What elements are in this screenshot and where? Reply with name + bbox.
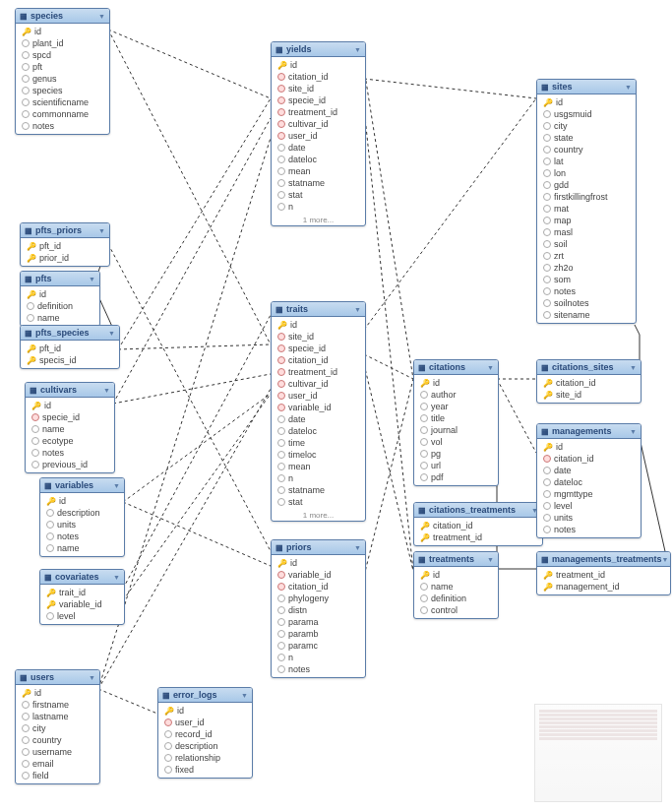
column-city[interactable]: city [537,120,636,132]
table-header[interactable]: ▦species▼ [16,9,109,24]
column-pg[interactable]: pg [414,448,498,460]
table-citations_sites[interactable]: ▦citations_sites▼🔑citation_id🔑site_id [536,359,641,404]
table-cultivars[interactable]: ▦cultivars▼🔑idspecie_idnameecotypenotesp… [25,382,115,473]
column-notes[interactable]: notes [537,524,641,535]
column-date[interactable]: date [537,465,641,476]
column-username[interactable]: username [16,746,99,758]
table-header[interactable]: ▦citations_sites▼ [537,360,641,375]
column-citation_id[interactable]: citation_id [272,354,365,366]
column-pft[interactable]: pft [16,61,109,73]
column-notes[interactable]: notes [272,663,365,675]
column-soil[interactable]: soil [537,238,636,250]
table-citations_treatments[interactable]: ▦citations_treatments▼🔑citation_id🔑treat… [413,502,543,546]
table-header[interactable]: ▦managements_treatments▼ [537,552,670,567]
column-relationship[interactable]: relationship [158,752,252,764]
column-pft_id[interactable]: 🔑pft_id [21,343,119,354]
column-mat[interactable]: mat [537,203,636,215]
table-header[interactable]: ▦users▼ [16,670,99,685]
column-distn[interactable]: distn [272,604,365,616]
table-traits[interactable]: ▦traits▼🔑idsite_idspecie_idcitation_idtr… [271,301,366,522]
table-yields[interactable]: ▦yields▼🔑idcitation_idsite_idspecie_idtr… [271,41,366,226]
column-email[interactable]: email [16,758,99,770]
table-users[interactable]: ▦users▼🔑idfirstnamelastnamecitycountryus… [15,669,100,784]
column-id[interactable]: 🔑id [272,59,365,71]
table-pfts_priors[interactable]: ▦pfts_priors▼🔑pft_id🔑prior_id [20,222,110,267]
column-vol[interactable]: vol [414,436,498,448]
table-error_logs[interactable]: ▦error_logs▼🔑iduser_idrecord_iddescripti… [157,687,253,779]
column-som[interactable]: som [537,274,636,285]
column-name[interactable]: name [414,581,498,593]
column-id[interactable]: 🔑id [537,96,636,108]
column-variable_id[interactable]: variable_id [272,569,365,581]
more-columns[interactable]: 1 more... [272,510,365,521]
column-parama[interactable]: parama [272,616,365,628]
column-site_id[interactable]: site_id [272,83,365,94]
column-state[interactable]: state [537,132,636,144]
column-treatment_id[interactable]: 🔑treatment_id [414,531,542,543]
column-date[interactable]: date [272,413,365,425]
column-site_id[interactable]: site_id [272,331,365,343]
column-id[interactable]: 🔑id [16,687,99,699]
column-citation_id[interactable]: 🔑citation_id [414,520,542,531]
column-cultivar_id[interactable]: cultivar_id [272,118,365,130]
column-author[interactable]: author [414,389,498,401]
column-management_id[interactable]: 🔑management_id [537,581,670,593]
more-columns[interactable]: 1 more... [272,215,365,225]
column-genus[interactable]: genus [16,73,109,85]
table-pfts[interactable]: ▦pfts▼🔑iddefinitionname [20,271,100,327]
table-species[interactable]: ▦species▼🔑idplant_idspcdpftgenusspeciess… [15,8,110,135]
column-units[interactable]: units [537,512,641,524]
column-soilnotes[interactable]: soilnotes [537,297,636,309]
table-header[interactable]: ▦cultivars▼ [26,383,114,398]
column-prior_id[interactable]: 🔑prior_id [21,252,109,264]
table-pfts_species[interactable]: ▦pfts_species▼🔑pft_id🔑specis_id [20,325,120,369]
column-time[interactable]: time [272,437,365,449]
column-lastname[interactable]: lastname [16,711,99,722]
column-id[interactable]: 🔑id [272,319,365,331]
column-plant_id[interactable]: plant_id [16,37,109,49]
column-pdf[interactable]: pdf [414,471,498,483]
table-header[interactable]: ▦treatments▼ [414,552,498,567]
column-timeloc[interactable]: timeloc [272,449,365,461]
column-sitename[interactable]: sitename [537,309,636,321]
column-notes[interactable]: notes [26,447,114,459]
column-name[interactable]: name [40,542,124,554]
column-variable_id[interactable]: variable_id [272,402,365,413]
table-citations[interactable]: ▦citations▼🔑idauthoryeartitlejournalvolp… [413,359,499,486]
table-header[interactable]: ▦managements▼ [537,424,641,439]
column-id[interactable]: 🔑id [21,288,99,300]
column-name[interactable]: name [26,423,114,435]
column-control[interactable]: control [414,604,498,616]
column-level[interactable]: level [40,610,124,622]
column-n[interactable]: n [272,472,365,484]
column-ecotype[interactable]: ecotype [26,435,114,447]
column-commonname[interactable]: commonname [16,108,109,120]
table-managements_treatments[interactable]: ▦managements_treatments▼🔑treatment_id🔑ma… [536,551,671,595]
column-citation_id[interactable]: citation_id [272,581,365,593]
column-dateloc[interactable]: dateloc [272,154,365,165]
column-record_id[interactable]: record_id [158,728,252,740]
table-managements[interactable]: ▦managements▼🔑idcitation_iddatedatelocmg… [536,423,641,538]
column-specie_id[interactable]: specie_id [26,411,114,423]
column-paramb[interactable]: paramb [272,628,365,640]
column-id[interactable]: 🔑id [414,377,498,389]
column-map[interactable]: map [537,215,636,226]
column-gdd[interactable]: gdd [537,179,636,191]
table-header[interactable]: ▦citations▼ [414,360,498,375]
column-year[interactable]: year [414,401,498,412]
column-pft_id[interactable]: 🔑pft_id [21,240,109,252]
column-user_id[interactable]: user_id [272,130,365,142]
table-covariates[interactable]: ▦covariates▼🔑trait_id🔑variable_idlevel [39,569,125,625]
column-id[interactable]: 🔑id [272,557,365,569]
table-header[interactable]: ▦yields▼ [272,42,365,57]
column-paramc[interactable]: paramc [272,640,365,652]
column-description[interactable]: description [158,740,252,752]
column-fixed[interactable]: fixed [158,764,252,776]
column-units[interactable]: units [40,519,124,531]
column-id[interactable]: 🔑id [537,441,641,453]
column-url[interactable]: url [414,460,498,471]
column-zrt[interactable]: zrt [537,250,636,262]
column-firstname[interactable]: firstname [16,699,99,711]
table-header[interactable]: ▦traits▼ [272,302,365,317]
table-priors[interactable]: ▦priors▼🔑idvariable_idcitation_idphyloge… [271,539,366,678]
